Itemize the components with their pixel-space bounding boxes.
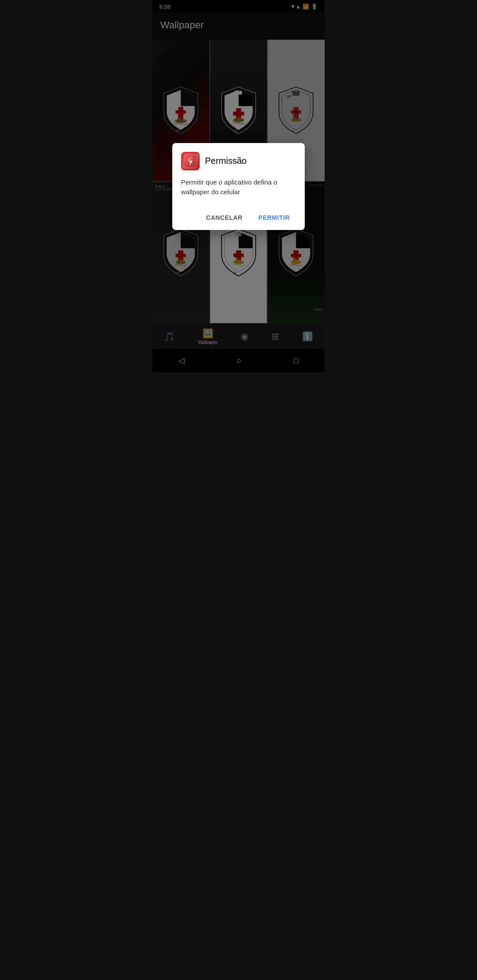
dialog-message: Permitir que o aplicativo defina o wallp… <box>181 177 296 197</box>
dialog-app-icon <box>181 152 200 170</box>
svg-rect-53 <box>184 155 197 167</box>
confirm-button[interactable]: PERMITIR <box>252 210 296 226</box>
dialog-actions: CANCELAR PERMITIR <box>181 206 296 226</box>
permission-overlay: Permissão Permitir que o aplicativo defi… <box>152 0 325 373</box>
svg-rect-55 <box>188 158 190 161</box>
svg-marker-54 <box>188 157 193 166</box>
dialog-header: Permissão <box>181 152 296 170</box>
dialog-title: Permissão <box>205 156 246 166</box>
cancel-button[interactable]: CANCELAR <box>200 210 249 226</box>
permission-dialog: Permissão Permitir que o aplicativo defi… <box>172 143 305 230</box>
